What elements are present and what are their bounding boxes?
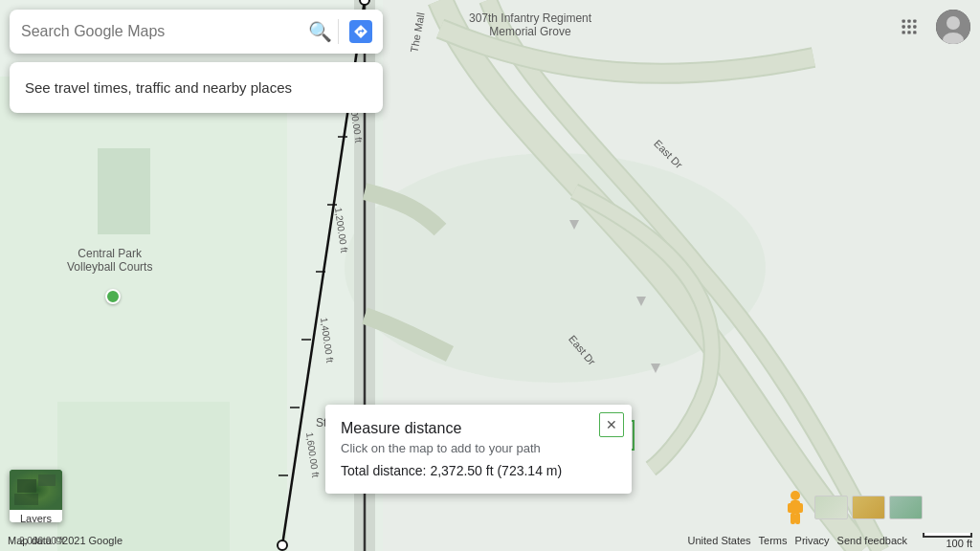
svg-rect-23 xyxy=(907,25,910,28)
send-feedback-link[interactable]: Send feedback xyxy=(837,535,907,546)
svg-rect-21 xyxy=(913,20,916,23)
landmark-volleyball: Central Park Volleyball Courts xyxy=(67,247,152,274)
svg-rect-26 xyxy=(907,31,910,33)
svg-rect-40 xyxy=(791,513,795,524)
svg-rect-6 xyxy=(98,148,150,234)
bottom-right-controls xyxy=(780,490,923,524)
apps-icon[interactable] xyxy=(892,10,926,44)
pegman-button[interactable] xyxy=(780,490,811,524)
measure-close-button[interactable]: ✕ xyxy=(599,412,624,437)
svg-rect-39 xyxy=(798,503,803,513)
search-bar: 🔍 xyxy=(10,10,383,54)
svg-rect-19 xyxy=(902,20,905,23)
map-thumb-1[interactable] xyxy=(814,496,848,519)
svg-rect-5 xyxy=(57,402,230,551)
measure-total: Total distance: 2,372.50 ft (723.14 m) xyxy=(341,463,616,478)
top-right-controls xyxy=(892,10,970,44)
directions-icon xyxy=(349,20,372,43)
terms-link[interactable]: Terms xyxy=(759,535,788,546)
search-icon: 🔍 xyxy=(302,20,338,43)
svg-rect-41 xyxy=(795,513,800,524)
volleyball-pin xyxy=(105,289,121,304)
layers-button[interactable]: Layers xyxy=(10,470,62,522)
svg-rect-33 xyxy=(17,479,36,493)
svg-rect-25 xyxy=(902,31,905,33)
svg-rect-35 xyxy=(14,494,38,505)
svg-point-36 xyxy=(791,491,800,500)
svg-point-16 xyxy=(278,540,287,550)
svg-rect-22 xyxy=(902,25,905,28)
svg-rect-24 xyxy=(913,25,916,28)
svg-rect-34 xyxy=(38,474,56,486)
measure-title: Measure distance xyxy=(341,420,616,437)
measure-hint: Click on the map to add to your path xyxy=(341,441,616,455)
landmark-307th: 307th Infantry Regiment Memorial Grove xyxy=(469,11,591,38)
svg-rect-38 xyxy=(788,503,792,513)
measure-popup: ✕ Measure distance Click on the map to a… xyxy=(325,405,632,494)
scale-label: 100 ft xyxy=(946,538,972,549)
user-avatar[interactable] xyxy=(936,10,970,44)
map-thumb-3[interactable] xyxy=(889,496,923,519)
search-input[interactable] xyxy=(10,23,302,40)
svg-rect-20 xyxy=(907,20,910,23)
map-container[interactable]: 800 1,000.00 ft 1,200.00 ft 1,400.00 ft … xyxy=(0,0,980,551)
privacy-link[interactable]: Privacy xyxy=(795,535,830,546)
layers-label: Layers xyxy=(10,510,62,522)
dist-label-2000: 2,000.00 ft xyxy=(19,536,64,546)
country-label: United States xyxy=(688,535,751,546)
svg-rect-27 xyxy=(913,31,916,33)
travel-hint[interactable]: See travel times, traffic and nearby pla… xyxy=(10,62,383,113)
svg-point-29 xyxy=(947,16,960,30)
map-thumb-2[interactable] xyxy=(852,496,885,519)
svg-point-17 xyxy=(360,0,369,5)
directions-button[interactable] xyxy=(339,10,383,54)
layers-thumbnail xyxy=(10,470,62,510)
